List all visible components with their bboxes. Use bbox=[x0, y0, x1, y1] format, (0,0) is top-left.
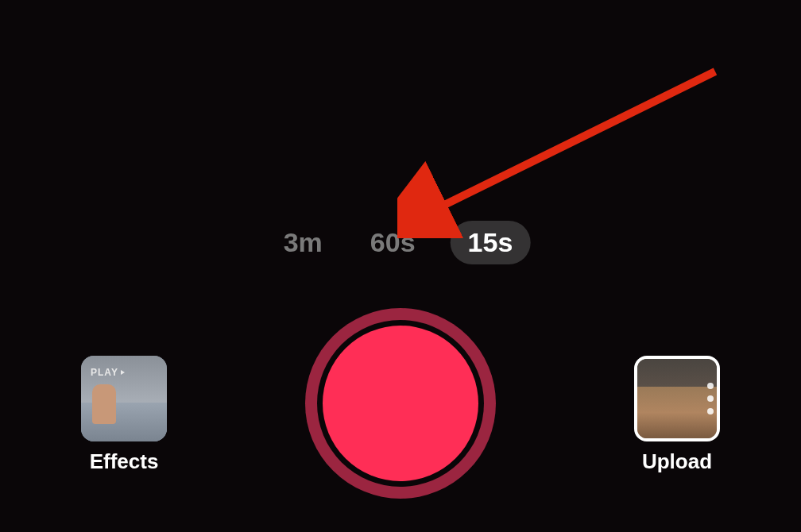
record-button-inner bbox=[323, 326, 478, 481]
duration-selector[interactable]: 3m 60s 15s bbox=[271, 221, 531, 264]
record-button-ring bbox=[317, 320, 484, 487]
effects-label: Effects bbox=[90, 449, 159, 474]
svg-line-1 bbox=[425, 71, 715, 214]
duration-option-15s[interactable]: 15s bbox=[451, 221, 531, 264]
annotation-arrow-icon bbox=[397, 64, 731, 238]
effects-button[interactable]: PLAY Effects bbox=[81, 356, 167, 474]
upload-button[interactable]: Upload bbox=[634, 356, 720, 474]
duration-option-3m[interactable]: 3m bbox=[271, 221, 335, 264]
record-button[interactable] bbox=[305, 308, 496, 499]
duration-option-60s[interactable]: 60s bbox=[358, 221, 428, 264]
upload-thumbnail bbox=[634, 356, 720, 441]
upload-label: Upload bbox=[642, 449, 712, 474]
effects-thumbnail: PLAY bbox=[81, 356, 167, 441]
play-badge-icon: PLAY bbox=[91, 367, 125, 378]
